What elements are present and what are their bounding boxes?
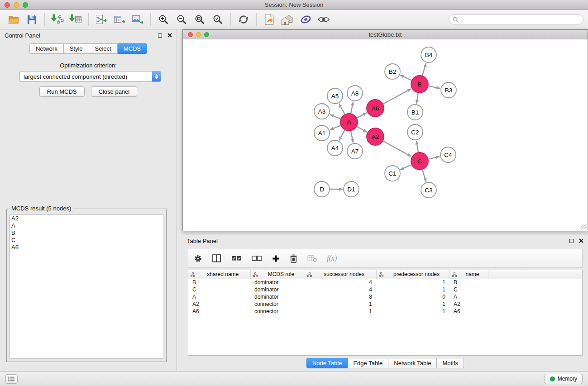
table-cell[interactable]: 0 [376,293,449,300]
select-all-icon[interactable] [231,256,242,261]
network-node-A8[interactable]: A8 [347,86,363,101]
mcds-result-item[interactable]: A2 [10,215,163,222]
tab-style[interactable]: Style [64,43,89,54]
network-edge-A-A7[interactable] [351,131,353,143]
zoom-fit-icon[interactable] [191,12,208,27]
network-edge-B-B2[interactable] [400,75,411,81]
network-edge-A2-C[interactable] [383,141,411,157]
settings-gear-icon[interactable] [194,254,202,263]
network-node-B2[interactable]: B2 [385,64,400,79]
tab-network-table[interactable]: Network Table [388,358,437,368]
table-row[interactable]: Adominator80A [188,293,582,300]
table-cell[interactable]: A2 [449,300,488,308]
save-session-icon[interactable] [24,12,40,27]
function-builder-icon[interactable]: f(x) [327,254,337,262]
network-node-A4[interactable]: A4 [327,140,343,156]
network-edge-A-A8[interactable] [351,102,353,114]
table-row[interactable]: A2connector11A2 [188,300,582,308]
task-history-button[interactable] [5,374,18,384]
delete-table-icon[interactable] [307,255,317,262]
table-cell[interactable]: connector [250,308,305,315]
column-header-mcds-role[interactable]: MCDS role [250,270,305,279]
network-edge-C-C3[interactable] [422,170,426,182]
close-table-panel-icon[interactable] [579,238,583,243]
table-cell[interactable]: A [188,293,250,300]
network-edge-A-A4[interactable] [339,130,344,141]
column-header-name[interactable]: name [449,270,488,279]
network-node-A5[interactable]: A5 [327,88,343,104]
session-file-icon[interactable] [261,12,277,27]
table-row[interactable]: Bdominator41B [188,279,582,286]
network-edge-A-A6[interactable] [357,113,367,118]
tab-network[interactable]: Network [29,43,64,54]
table-cell[interactable]: connector [250,300,305,308]
network-node-A7[interactable]: A7 [347,143,363,159]
table-cell[interactable]: dominator [250,279,305,286]
optimization-criterion-dropdown[interactable]: largest connected component (directed) [19,71,161,82]
network-node-A6[interactable]: A6 [367,100,384,117]
mcds-result-list[interactable]: A2ABCA6 [10,214,163,359]
table-cell[interactable]: dominator [250,293,305,300]
network-node-A1[interactable]: A1 [314,125,330,141]
zoom-selected-icon[interactable] [210,12,226,27]
table-cell[interactable]: 8 [305,293,376,300]
search-box[interactable] [449,14,583,24]
table-cell[interactable]: A6 [188,308,250,315]
open-session-icon[interactable] [5,12,22,27]
close-window-button[interactable] [5,2,10,8]
table-cell[interactable]: B [188,279,250,286]
table-cell[interactable]: A6 [449,308,488,315]
network-edge-C-C4[interactable] [429,157,440,159]
mcds-result-item[interactable]: A [10,222,163,229]
export-image-icon[interactable] [129,12,146,27]
memory-button[interactable]: Memory [545,374,583,384]
mcds-result-item[interactable]: A6 [10,244,163,251]
table-cell[interactable]: A2 [188,300,250,308]
home-icon[interactable] [279,12,296,27]
minimize-window-button[interactable] [14,2,19,8]
export-table-icon[interactable] [111,12,128,27]
table-cell[interactable]: 1 [305,308,376,315]
search-input[interactable] [461,16,579,23]
column-selector-icon[interactable] [212,254,221,262]
import-table-icon[interactable] [67,12,84,27]
network-minimize-button[interactable] [196,32,201,37]
network-node-B1[interactable]: B1 [407,105,423,120]
column-header-predecessor-nodes[interactable]: predecessor nodes [376,270,449,279]
zoom-in-icon[interactable] [155,12,172,27]
tab-select[interactable]: Select [89,43,118,54]
network-node-A2[interactable]: A2 [367,128,384,145]
mcds-result-item[interactable]: C [10,237,163,244]
apps-icon[interactable] [297,12,314,27]
network-edge-C-C2[interactable] [416,141,418,152]
float-panel-icon[interactable] [158,33,162,38]
zoom-window-button[interactable] [23,2,28,8]
close-panel-icon[interactable] [167,33,172,38]
zoom-out-icon[interactable] [173,12,190,27]
float-table-panel-icon[interactable] [569,239,574,243]
import-network-icon[interactable] [49,12,66,27]
tab-motifs[interactable]: Motifs [437,358,464,368]
network-edge-A-A3[interactable] [330,114,341,119]
column-header-successor-nodes[interactable]: successor nodes [305,270,376,279]
network-node-C2[interactable]: C2 [407,124,423,140]
tab-node-table[interactable]: Node Table [306,358,348,368]
table-cell[interactable]: B [449,279,488,286]
network-node-A3[interactable]: A3 [314,104,330,119]
table-row[interactable]: Cdominator41C [188,286,582,293]
network-edge-A6-B[interactable] [383,89,411,104]
network-edge-B-B3[interactable] [429,86,440,88]
network-node-A[interactable]: A [340,114,358,131]
table-cell[interactable]: 4 [305,279,376,286]
table-cell[interactable]: 1 [376,300,449,308]
network-edge-B-B1[interactable] [416,93,418,104]
table-cell[interactable]: 1 [305,300,376,308]
mcds-result-item[interactable]: B [10,229,163,237]
close-panel-button[interactable]: Close panel [91,86,138,97]
network-node-D[interactable]: D [314,181,330,197]
network-edge-A-A5[interactable] [339,104,345,114]
table-cell[interactable]: 1 [376,286,449,293]
node-table[interactable]: shared nameMCDS rolesuccessor nodesprede… [188,270,583,356]
table-cell[interactable]: 1 [376,308,449,315]
table-cell[interactable]: C [188,286,250,293]
